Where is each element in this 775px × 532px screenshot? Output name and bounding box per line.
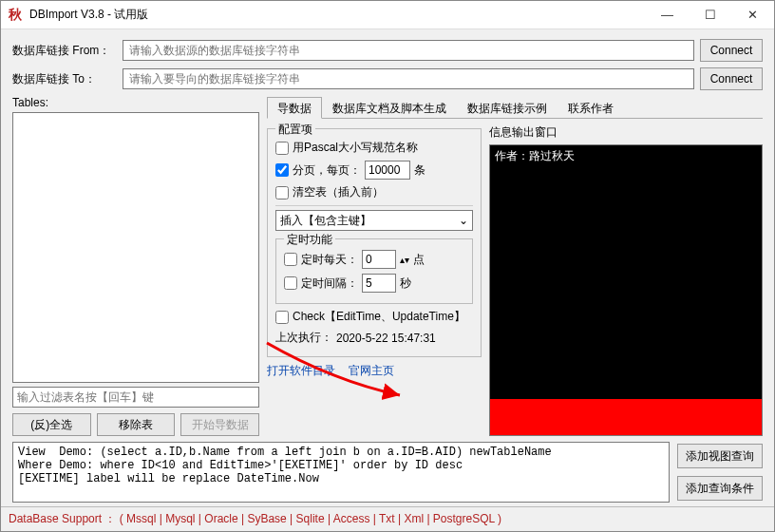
pascal-label: 用Pascal大小写规范名称 [293, 140, 418, 156]
tab-docs[interactable]: 数据库文档及脚本生成 [322, 97, 457, 119]
tab-examples[interactable]: 数据库链接示例 [457, 97, 558, 119]
check-time-label: Check【EditTime、UpdateTime】 [293, 309, 465, 325]
output-author: 作者：路过秋天 [495, 148, 757, 164]
paging-checkbox[interactable] [275, 163, 289, 177]
conn-from-input[interactable] [123, 40, 694, 61]
select-all-button[interactable]: (反)全选 [12, 413, 91, 436]
conn-to-label: 数据库链接 To： [12, 71, 117, 87]
demo-textarea[interactable]: View Demo: (select a.ID,b.Name from a le… [12, 442, 670, 503]
connect-to-button[interactable]: Connect [700, 67, 763, 90]
interval-checkbox[interactable] [284, 276, 297, 290]
homepage-link[interactable]: 官网主页 [349, 363, 394, 379]
tab-contact[interactable]: 联系作者 [558, 97, 624, 119]
open-dir-link[interactable]: 打开软件目录 [267, 363, 335, 379]
config-group: 配置项 用Pascal大小写规范名称 分页，每页： 条 [267, 128, 482, 357]
pascal-checkbox[interactable] [275, 142, 289, 155]
config-group-title: 配置项 [275, 122, 315, 138]
filter-input[interactable] [12, 387, 259, 408]
remove-table-button[interactable]: 移除表 [97, 413, 176, 436]
paging-label: 分页，每页： [293, 162, 361, 179]
status-bar: DataBase Support ： ( Mssql | Mysql | Ora… [1, 506, 774, 531]
daily-label: 定时每天： [301, 252, 358, 268]
daily-value[interactable] [362, 250, 396, 269]
maximize-button[interactable]: ☐ [689, 1, 731, 29]
last-exec-value: 2020-5-22 15:47:31 [336, 332, 436, 345]
insert-combo[interactable]: 插入【包含主键】 ⌄ [275, 210, 473, 231]
conn-to-input[interactable] [123, 68, 694, 89]
chevron-down-icon: ⌄ [459, 214, 468, 227]
daily-checkbox[interactable] [284, 253, 297, 266]
interval-label: 定时间隔： [301, 276, 358, 292]
last-exec-label: 上次执行： [275, 330, 332, 346]
add-condition-button[interactable]: 添加查询条件 [677, 476, 763, 501]
paging-value[interactable] [365, 161, 410, 180]
output-box: 作者：路过秋天 [489, 144, 763, 436]
conn-from-label: 数据库链接 From： [12, 43, 117, 59]
output-progress-bar [490, 399, 762, 435]
minimize-button[interactable]: — [646, 1, 689, 29]
interval-value[interactable] [362, 274, 396, 293]
paging-unit: 条 [414, 162, 425, 179]
tab-import[interactable]: 导数据 [267, 97, 322, 119]
timer-group: 定时功能 定时每天： ▴▾ 点 定时间隔 [275, 238, 473, 304]
connect-from-button[interactable]: Connect [700, 39, 763, 62]
close-button[interactable]: ✕ [731, 1, 774, 29]
tabs: 导数据 数据库文档及脚本生成 数据库链接示例 联系作者 [267, 96, 763, 119]
daily-unit: 点 [413, 252, 425, 268]
timer-group-title: 定时功能 [284, 232, 335, 248]
clear-label: 清空表（插入前） [293, 184, 384, 200]
output-title: 信息输出窗口 [489, 124, 763, 141]
add-view-button[interactable]: 添加视图查询 [677, 444, 763, 468]
check-time-checkbox[interactable] [275, 311, 289, 324]
tables-label: Tables: [12, 96, 259, 109]
app-icon: 秋 [6, 6, 25, 25]
titlebar: 秋 DBImport V3.8 - 试用版 — ☐ ✕ [1, 1, 774, 29]
start-import-button[interactable]: 开始导数据 [180, 413, 259, 436]
interval-unit: 秒 [400, 276, 411, 292]
clear-checkbox[interactable] [275, 186, 289, 200]
window-title: DBImport V3.8 - 试用版 [29, 7, 646, 23]
tables-listbox[interactable] [12, 112, 259, 383]
